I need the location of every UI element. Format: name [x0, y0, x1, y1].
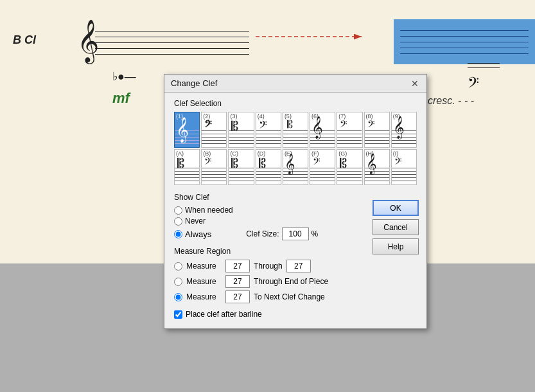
- measure-input-3[interactable]: [225, 290, 250, 303]
- radio-never-label[interactable]: Never: [185, 217, 206, 226]
- clef-size-label: Clef Size:: [246, 229, 279, 238]
- clef-grid: (1) 𝄞 (2) 𝄢 (3) 𝄡 (4): [174, 112, 417, 185]
- place-clef-checkbox[interactable]: [174, 310, 182, 319]
- measure-input-2[interactable]: [225, 275, 250, 288]
- clef-cell-1[interactable]: (1) 𝄞: [174, 112, 200, 148]
- staff-line: [95, 48, 249, 49]
- clef-row-2: (A) 𝄡 (B) 𝄢 (C) 𝄡 (D) 𝄡: [174, 149, 417, 185]
- measure-label-3[interactable]: Measure: [186, 292, 222, 301]
- clef-selection-label: Clef Selection: [174, 99, 417, 108]
- radio-when-needed[interactable]: [174, 206, 182, 215]
- clef-cell-6[interactable]: (6) 𝄞: [310, 112, 335, 148]
- clef-cell-D[interactable]: (D) 𝄡: [256, 149, 281, 185]
- measure-label-1[interactable]: Measure: [186, 262, 222, 271]
- measure-region-section: Measure Region Measure Through Measure T…: [174, 247, 417, 303]
- clef-cell-B[interactable]: (B) 𝄢: [201, 149, 227, 185]
- clef-cell-3[interactable]: (3) 𝄡: [228, 112, 254, 148]
- staff-line: [400, 53, 529, 54]
- through-end-label: Through End of Piece: [254, 277, 328, 286]
- staff-line: [95, 31, 249, 31]
- right-staff-extra: 𝄢: [468, 63, 500, 96]
- clef-cell-G[interactable]: (G) 𝄡: [337, 149, 362, 185]
- staff-line: [400, 36, 529, 37]
- place-clef-label[interactable]: Place clef after barline: [186, 310, 262, 319]
- clef-cell-E[interactable]: (E) 𝄞: [283, 149, 308, 185]
- staff-line: [95, 42, 249, 43]
- cancel-button[interactable]: Cancel: [373, 219, 419, 235]
- clef-cell-A[interactable]: (A) 𝄡: [174, 149, 200, 185]
- dialog-title: Change Clef: [171, 78, 217, 88]
- measure-label-2[interactable]: Measure: [186, 277, 222, 286]
- bass-clef-icon: 𝄢: [468, 75, 500, 96]
- place-clef-checkbox-row: Place clef after barline: [174, 310, 417, 319]
- ok-button[interactable]: OK: [373, 200, 419, 216]
- clef-cell-I[interactable]: (I) 𝄢: [391, 149, 417, 185]
- instrument-label: B Cl: [13, 33, 36, 47]
- staff-line: [400, 42, 529, 42]
- clef-cell-9[interactable]: (9) 𝄞: [391, 112, 417, 148]
- radio-never[interactable]: [174, 217, 182, 226]
- staff-line: [400, 30, 529, 31]
- clef-cell-C[interactable]: (C) 𝄡: [228, 149, 254, 185]
- help-button[interactable]: Help: [373, 238, 419, 254]
- dialog-close-button[interactable]: ✕: [410, 79, 420, 88]
- dynamic-marking: mf: [112, 90, 130, 107]
- highlighted-staff: [394, 19, 535, 64]
- measure-input-1[interactable]: [225, 260, 250, 272]
- dialog-buttons: OK Cancel Help: [373, 200, 419, 254]
- clef-cell-H[interactable]: (H) 𝄞: [364, 149, 390, 185]
- cresc-marking: cresc. - - -: [428, 95, 474, 107]
- measure-row-3: Measure To Next Clef Change: [174, 290, 417, 303]
- change-clef-dialog: Change Clef ✕ Clef Selection (1) 𝄞 (2) 𝄢: [164, 74, 427, 329]
- radio-measure-3[interactable]: [174, 293, 182, 301]
- clef-size-input[interactable]: [282, 227, 309, 240]
- through-label-1: Through: [254, 262, 283, 271]
- clef-cell-2[interactable]: (2) 𝄢: [201, 112, 227, 148]
- clef-cell-5[interactable]: (5) 𝄡: [283, 112, 308, 148]
- staff-line: [95, 54, 249, 55]
- radio-always[interactable]: [174, 230, 182, 238]
- measure-through-input-1[interactable]: [286, 260, 311, 272]
- measure-row-1: Measure Through: [174, 260, 417, 272]
- measure-row-2: Measure Through End of Piece: [174, 275, 417, 288]
- dialog-title-bar: Change Clef ✕: [164, 75, 426, 93]
- staff-line: [400, 48, 529, 48]
- radio-measure-1[interactable]: [174, 262, 182, 271]
- radio-measure-2[interactable]: [174, 278, 182, 286]
- clef-row-1: (1) 𝄞 (2) 𝄢 (3) 𝄡 (4): [174, 112, 417, 148]
- clef-cell-4[interactable]: (4) 𝄢: [256, 112, 281, 148]
- radio-when-needed-label[interactable]: When needed: [185, 206, 233, 215]
- flat-symbol: ♭●—: [112, 69, 136, 84]
- to-next-clef-label: To Next Clef Change: [254, 292, 325, 301]
- staff-line: [468, 63, 500, 64]
- clef-cell-8[interactable]: (8) 𝄢: [364, 112, 390, 148]
- clef-cell-F[interactable]: (F) 𝄢: [310, 149, 335, 185]
- staff-line: [468, 67, 500, 68]
- arrow-indicator: [249, 22, 374, 55]
- percent-label: %: [311, 229, 319, 238]
- staff-line: [95, 37, 249, 37]
- radio-always-label[interactable]: Always: [185, 229, 211, 239]
- clef-cell-7[interactable]: (7) 𝄢: [337, 112, 362, 148]
